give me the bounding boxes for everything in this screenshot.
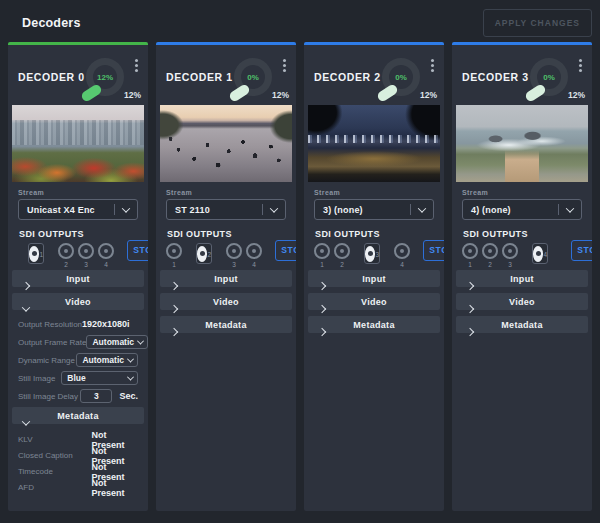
video-preview (160, 105, 292, 182)
stream-select-value: 3) (none) (315, 205, 410, 215)
stream-select[interactable]: 3) (none) (314, 199, 434, 220)
stop-button[interactable]: STOP (571, 240, 592, 261)
sdi-output-1[interactable]: 1 (314, 243, 330, 268)
kebab-menu-icon[interactable] (429, 57, 436, 74)
card-header: DECODER 1 0% 12% (156, 45, 296, 105)
gauge-arc (376, 83, 399, 103)
chevron-right-icon (467, 321, 473, 339)
gauge-percent: 0% (395, 73, 407, 82)
section-input[interactable]: Input (12, 270, 144, 287)
page-title: Decoders (22, 16, 81, 30)
still-image-select[interactable]: Blue (61, 371, 138, 385)
gauge-percent: 12% (97, 73, 113, 82)
top-bar: Decoders APPLY CHANGES (0, 0, 600, 42)
sdi-output-1[interactable]: 1 (462, 243, 478, 268)
sdi-output-1[interactable]: 1 (28, 243, 44, 264)
sdi-output-2[interactable]: 2 (482, 243, 498, 268)
decoder-card-1: DECODER 1 0% 12% Stream ST 2110 SDI OUTP… (156, 42, 296, 511)
stream-select[interactable]: 4) (none) (462, 199, 582, 220)
usage-percent-label: 12% (568, 90, 585, 100)
sdi-output-2[interactable]: 2 (58, 243, 74, 268)
section-video[interactable]: Video (160, 293, 292, 310)
stream-label: Stream (18, 189, 138, 196)
decoder-title: DECODER 2 (314, 71, 381, 83)
sdi-ports: 1 2 3 4 (314, 243, 410, 268)
sdi-outputs-label: SDI OUTPUTS (463, 229, 558, 239)
chevron-down-icon (23, 412, 29, 430)
section-metadata[interactable]: Metadata (308, 316, 440, 333)
stream-label: Stream (314, 189, 434, 196)
chevron-down-icon (411, 207, 433, 213)
decoder-title: DECODER 0 (18, 71, 85, 83)
sdi-output-3[interactable]: 3 (502, 243, 518, 268)
chevron-down-icon (559, 207, 581, 213)
usage-percent-label: 12% (272, 90, 289, 100)
sdi-output-3[interactable]: 3 (226, 243, 242, 268)
sdi-output-4[interactable]: 4 (98, 243, 114, 268)
kebab-menu-icon[interactable] (281, 57, 288, 74)
video-preview (12, 105, 144, 182)
sdi-ports: 1 2 3 4 (166, 243, 262, 268)
video-preview (308, 105, 440, 182)
still-image-delay-unit: Sec. (119, 391, 138, 401)
decoder-cards-row: DECODER 0 12% 12% Stream Unicast X4 Enc … (8, 42, 592, 511)
section-video[interactable]: Video (456, 293, 588, 310)
sdi-output-4[interactable]: 4 (246, 243, 262, 268)
sdi-outputs-section: SDI OUTPUTS 1 2 3 4 STOP (18, 229, 143, 268)
stream-select[interactable]: ST 2110 (166, 199, 286, 220)
sdi-output-3[interactable]: 3 (364, 243, 380, 264)
stream-select[interactable]: Unicast X4 Enc (18, 199, 138, 220)
chevron-right-icon (467, 275, 473, 293)
stream-select-value: 4) (none) (463, 205, 558, 215)
afd-label: AFD (18, 483, 92, 492)
output-resolution-label: Output Resolution (18, 320, 82, 329)
section-input[interactable]: Input (456, 270, 588, 287)
video-settings-panel: Output Resolution 1920x1080i Output Fram… (18, 317, 138, 403)
dynamic-range-select[interactable]: Automatic (76, 353, 138, 367)
sdi-ports: 1 2 3 4 (18, 243, 114, 268)
output-resolution-value: 1920x1080i (82, 319, 139, 329)
usage-gauge: 0% 12% (382, 58, 420, 96)
chevron-right-icon (319, 321, 325, 339)
kebab-menu-icon[interactable] (577, 57, 584, 74)
decoder-title: DECODER 1 (166, 71, 233, 83)
stop-button[interactable]: STOP (275, 240, 296, 261)
sdi-outputs-section: SDI OUTPUTS 1 2 3 4 STOP (462, 229, 587, 268)
still-image-label: Still Image (18, 374, 55, 383)
metadata-panel: KLV Not Present Closed Caption Not Prese… (18, 432, 138, 495)
section-metadata[interactable]: Metadata (160, 316, 292, 333)
gauge-percent: 0% (247, 73, 259, 82)
stop-button[interactable]: STOP (423, 240, 444, 261)
dynamic-range-label: Dynamic Range (18, 356, 75, 365)
sdi-output-2[interactable]: 2 (196, 243, 212, 264)
sdi-outputs-section: SDI OUTPUTS 1 2 3 4 STOP (166, 229, 291, 268)
sdi-outputs-label: SDI OUTPUTS (19, 229, 114, 239)
card-header: DECODER 3 0% 12% (452, 45, 592, 105)
sdi-output-4[interactable]: 4 (394, 243, 410, 268)
timecode-label: Timecode (18, 467, 92, 476)
sdi-output-2[interactable]: 2 (334, 243, 350, 268)
section-metadata[interactable]: Metadata (12, 407, 144, 424)
card-header: DECODER 0 12% 12% (8, 45, 148, 105)
kebab-menu-icon[interactable] (133, 57, 140, 74)
sdi-output-3[interactable]: 3 (78, 243, 94, 268)
gauge-percent: 0% (543, 73, 555, 82)
card-header: DECODER 2 0% 12% (304, 45, 444, 105)
section-video[interactable]: Video (12, 293, 144, 310)
still-image-delay-input[interactable]: 3 (80, 389, 112, 403)
chevron-down-icon (263, 207, 285, 213)
gauge-arc (524, 83, 547, 103)
sdi-ports: 1 2 3 4 (462, 243, 558, 268)
stream-label: Stream (166, 189, 286, 196)
section-metadata[interactable]: Metadata (456, 316, 588, 333)
section-video[interactable]: Video (308, 293, 440, 310)
section-input[interactable]: Input (160, 270, 292, 287)
sdi-output-4[interactable]: 4 (532, 243, 548, 264)
decoders-page: Decoders APPLY CHANGES DECODER 0 12% 12%… (0, 0, 600, 523)
stop-button[interactable]: STOP (127, 240, 148, 261)
output-frame-rate-select[interactable]: Automatic (86, 335, 148, 349)
chevron-down-icon (127, 373, 134, 380)
apply-changes-button[interactable]: APPLY CHANGES (483, 9, 592, 37)
section-input[interactable]: Input (308, 270, 440, 287)
sdi-output-1[interactable]: 1 (166, 243, 182, 268)
